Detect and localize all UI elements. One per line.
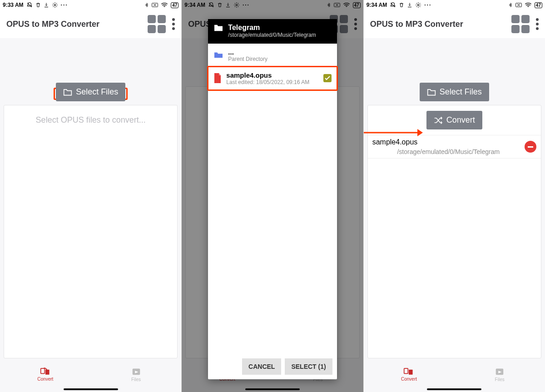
no-sim-icon [515, 2, 522, 8]
select-files-button[interactable]: Select Files [56, 83, 125, 101]
status-bar: 9:33 AM ··· [0, 0, 181, 10]
status-time: 9:33 AM [3, 2, 24, 8]
battery-icon: 47 [535, 2, 542, 8]
cancel-button[interactable]: CANCEL [242, 358, 281, 375]
file-edited: Last edited: 18/05/2022, 09:16 AM [226, 79, 318, 85]
nav-tab-convert[interactable]: Convert [364, 362, 455, 387]
screen-1: 9:33 AM ··· [0, 0, 182, 392]
selected-file-path: /storage/emulated/0/Music/Telegram [372, 148, 525, 155]
app-title: OPUS to MP3 Converter [370, 20, 463, 29]
download-icon [407, 2, 412, 8]
nav-tab-files[interactable]: Files [454, 362, 545, 387]
wifi-icon [161, 2, 168, 8]
status-time: 9:34 AM [367, 2, 387, 8]
svg-point-16 [528, 6, 528, 7]
shuffle-icon [434, 117, 443, 124]
overflow-menu-icon[interactable] [172, 18, 175, 30]
status-bar: 9:34 AM ··· [364, 0, 545, 10]
nav-convert-label: Convert [37, 377, 53, 382]
svg-marker-18 [417, 129, 423, 136]
dnd-icon [26, 2, 33, 8]
dialog-title: Telegram [228, 24, 316, 32]
nav-files-label: Files [131, 377, 141, 382]
app-bar: OPUS to MP3 Converter [364, 10, 545, 38]
file-checkbox[interactable] [323, 74, 332, 82]
svg-rect-19 [404, 368, 408, 373]
app-bar: OPUS to MP3 Converter [0, 10, 181, 38]
dnd-icon [390, 2, 396, 8]
no-sim-icon [152, 2, 158, 8]
wifi-icon [525, 2, 532, 8]
nav-tab-files[interactable]: Files [91, 362, 182, 387]
folder-icon [213, 51, 223, 59]
nav-tab-convert[interactable]: Convert [0, 362, 91, 387]
download-icon [44, 2, 49, 8]
screen-3: 9:34 AM ··· [364, 0, 545, 392]
nav-convert-label: Convert [401, 377, 417, 382]
gear-icon [415, 2, 421, 8]
select-files-label: Select Files [440, 87, 482, 97]
folder-open-icon [213, 24, 223, 32]
file-name: sample4.opus [226, 71, 318, 79]
parent-dots: ... [228, 48, 331, 56]
gear-icon [52, 2, 58, 8]
app-title: OPUS to MP3 Converter [6, 20, 99, 29]
more-icon: ··· [424, 2, 431, 8]
bluetooth-icon [508, 2, 513, 8]
bottom-nav: Convert Files [0, 362, 181, 387]
svg-point-14 [417, 4, 419, 6]
select-files-button[interactable]: Select Files [420, 83, 489, 101]
confirm-select-button[interactable]: SELECT (1) [285, 358, 332, 375]
grid-view-icon[interactable] [511, 15, 530, 33]
svg-point-0 [54, 4, 56, 6]
file-icon [213, 73, 222, 83]
screen-2: 9:34 AM ··· [182, 0, 363, 392]
svg-rect-3 [41, 368, 45, 373]
selected-file-name: sample4.opus [372, 138, 525, 146]
gesture-bar [427, 388, 481, 390]
bluetooth-icon [144, 2, 149, 8]
convert-label: Convert [446, 115, 475, 125]
bottom-nav: Convert Files [364, 362, 545, 387]
remove-file-button[interactable] [525, 141, 536, 153]
parent-dir-row[interactable]: ... Parent Directory [208, 44, 337, 67]
svg-rect-20 [409, 370, 413, 375]
dialog-path: /storage/emulated/0/Music/Telegram [228, 32, 316, 39]
trash-icon [35, 2, 41, 8]
convert-button[interactable]: Convert [426, 111, 482, 129]
dialog-header: Telegram /storage/emulated/0/Music/Teleg… [208, 19, 337, 44]
battery-icon: 47 [171, 2, 178, 8]
overflow-menu-icon[interactable] [536, 18, 539, 30]
parent-dir-label: Parent Directory [228, 56, 331, 62]
svg-point-2 [164, 6, 165, 7]
grid-view-icon[interactable] [148, 15, 166, 33]
file-list-card: Select OPUS files to convert... [4, 105, 178, 358]
empty-state-text: Select OPUS files to convert... [4, 105, 177, 135]
gesture-bar [64, 388, 118, 390]
tutorial-arrow [364, 126, 423, 139]
file-picker-dialog: Telegram /storage/emulated/0/Music/Teleg… [208, 19, 337, 379]
select-files-label: Select Files [76, 87, 118, 97]
svg-rect-4 [45, 370, 50, 375]
file-row[interactable]: sample4.opus Last edited: 18/05/2022, 09… [208, 67, 337, 90]
more-icon: ··· [61, 2, 68, 8]
nav-files-label: Files [495, 377, 505, 382]
file-list-card: Convert sample4.opus /storage/emulated/0… [367, 105, 541, 358]
trash-icon [399, 2, 404, 8]
